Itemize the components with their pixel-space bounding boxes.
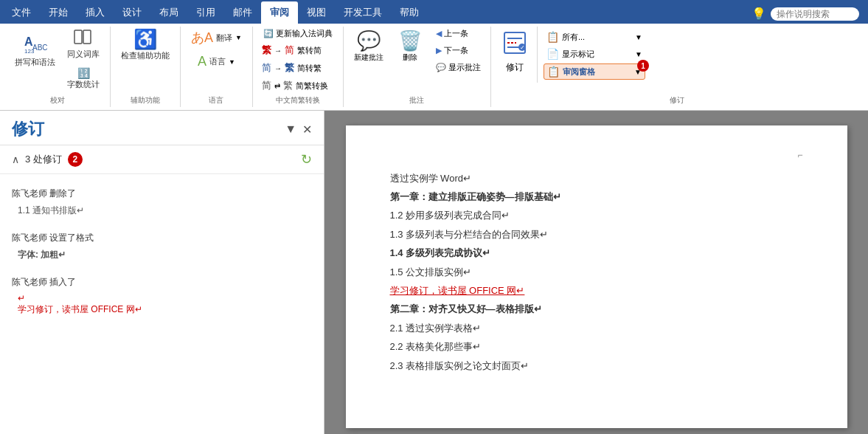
doc-line[interactable]: 学习修订，读书屋 OFFICE 网↵ bbox=[390, 282, 803, 299]
translate-dropdown-icon: ▼ bbox=[235, 34, 242, 41]
lang-button[interactable]: A 语言 ▼ bbox=[187, 52, 246, 72]
translate-button[interactable]: あA 翻译 ▼ bbox=[187, 27, 246, 49]
group-language: あA 翻译 ▼ A 语言 ▼ 语言 bbox=[181, 27, 253, 107]
ribbon-body: AABC123 拼写和语法 同义词库 bbox=[0, 24, 868, 111]
trad-section: 繁 → 简 繁转简 简 → 繁 简转繁 简 ⇄ 繁 bbox=[259, 42, 331, 94]
chinese-group-label: 中文简繁转换 bbox=[259, 94, 337, 107]
spell-grammar-label: 拼写和语法 bbox=[15, 57, 55, 68]
tab-references[interactable]: 引用 bbox=[187, 1, 224, 24]
prev-icon: ◀ bbox=[436, 29, 442, 38]
list-item: 陈飞老师 设置了格式 字体: 加粗↵ bbox=[0, 224, 324, 269]
new-comment-label: 新建批注 bbox=[354, 52, 383, 63]
tab-help[interactable]: 帮助 bbox=[391, 1, 428, 24]
simp-icon2: 简 bbox=[262, 61, 271, 75]
sidebar-title: 修订 bbox=[12, 118, 44, 140]
tab-developer[interactable]: 开发工具 bbox=[335, 1, 391, 24]
tab-design[interactable]: 设计 bbox=[114, 1, 150, 24]
show-markup-button[interactable]: 📄 显示标记 ▼ bbox=[544, 46, 645, 61]
svg-text:✓: ✓ bbox=[520, 44, 525, 51]
svg-text:123: 123 bbox=[24, 48, 35, 53]
tab-home[interactable]: 开始 bbox=[40, 1, 77, 24]
translate-icon: あA bbox=[191, 29, 213, 46]
main-area: 修订 ▼ ✕ ∧ 3 处修订 2 ↻ 陈飞老师 删除了 1.1 通知书排版↵ 陈… bbox=[0, 111, 868, 434]
wordcount-icon: 🔢 bbox=[77, 67, 90, 79]
review-content: ↵ bbox=[12, 293, 312, 303]
doc-line: 1.5 公文排版实例↵ bbox=[390, 264, 803, 280]
tab-layout[interactable]: 布局 bbox=[150, 1, 187, 24]
check-assist-button[interactable]: ♿ 检查辅助功能 bbox=[117, 27, 174, 64]
review-content-2: 学习修订，读书屋 OFFICE 网↵ bbox=[12, 303, 312, 316]
assist-group-label: 辅助功能 bbox=[117, 94, 174, 107]
tab-mailings[interactable]: 邮件 bbox=[224, 1, 261, 24]
simp-to-trad-button[interactable]: 简 → 繁 简转繁 bbox=[259, 60, 331, 76]
convert-label: 简繁转换 bbox=[296, 80, 328, 92]
tab-file[interactable]: 文件 bbox=[3, 1, 40, 24]
doc-line: 2.3 表格排版实例之论文封面页↵ bbox=[390, 357, 803, 374]
group-chinese: 🔄 更新输入法词典 繁 → 简 繁转简 简 → 繁 简转繁 bbox=[253, 27, 344, 107]
update-ime-button[interactable]: 🔄 更新输入法词典 bbox=[259, 27, 337, 41]
group-comments: 💬 新建批注 🗑️ 删除 ◀ 上一条 ▶ 下一条 bbox=[344, 27, 491, 107]
review-content: 字体: 加粗↵ bbox=[12, 249, 312, 261]
review-pane-icon: 📋 bbox=[547, 66, 560, 78]
thesaurus-button[interactable]: 同义词库 bbox=[63, 27, 104, 62]
sidebar-header: 修订 ▼ ✕ bbox=[0, 111, 324, 145]
track-changes-button[interactable]: ✓ 修订 bbox=[497, 27, 532, 77]
delete-comment-button[interactable]: 🗑️ 删除 bbox=[392, 27, 428, 66]
all-markup-button[interactable]: 📋 所有... ▼ bbox=[544, 30, 645, 44]
wordcount-button[interactable]: 🔢 字数统计 bbox=[63, 65, 104, 92]
search-input[interactable] bbox=[771, 7, 859, 21]
convert-arrow-icon: ⇄ bbox=[274, 82, 280, 90]
review-pane-label: 审阅窗格 bbox=[563, 66, 595, 78]
tab-view[interactable]: 视图 bbox=[298, 1, 335, 24]
trad-icon2: 繁 bbox=[285, 61, 294, 75]
next-comment-button[interactable]: ▶ 下一条 bbox=[432, 44, 485, 58]
comments-group-label: 批注 bbox=[350, 94, 485, 107]
chinese-convert-button[interactable]: 简 ⇄ 繁 简繁转换 bbox=[259, 78, 331, 94]
list-item: 陈飞老师 插入了 ↵ 学习修订，读书屋 OFFICE 网↵ bbox=[0, 269, 324, 323]
review-author: 陈飞老师 设置了格式 bbox=[12, 232, 312, 244]
thesaurus-label: 同义词库 bbox=[67, 49, 100, 60]
spell-grammar-button[interactable]: AABC123 拼写和语法 bbox=[10, 27, 60, 71]
refresh-icon[interactable]: ↻ bbox=[301, 151, 312, 168]
track-changes-icon: ✓ bbox=[501, 30, 528, 61]
doc-line: 2.2 表格美化那些事↵ bbox=[390, 338, 803, 355]
group-assist: ♿ 检查辅助功能 辅助功能 bbox=[111, 27, 181, 107]
lang-dropdown-icon: ▼ bbox=[229, 58, 235, 66]
translate-label: 翻译 bbox=[216, 32, 232, 44]
lang-icon: A bbox=[198, 54, 206, 69]
update-ime-label: 更新输入法词典 bbox=[276, 28, 333, 39]
next-icon: ▶ bbox=[436, 46, 442, 55]
prev-comment-button[interactable]: ◀ 上一条 bbox=[432, 27, 485, 41]
trad-arrow-icon: → bbox=[274, 46, 282, 55]
show-markup-label: 显示标记 bbox=[562, 49, 594, 60]
sidebar-collapse-button[interactable]: ▼ bbox=[285, 123, 296, 136]
bulb-icon: 💡 bbox=[751, 7, 766, 21]
show-comment-button[interactable]: 💬 显示批注 bbox=[432, 61, 485, 75]
trad-icon: 繁 bbox=[262, 44, 271, 57]
review-sidebar: 修订 ▼ ✕ ∧ 3 处修订 2 ↻ 陈飞老师 删除了 1.1 通知书排版↵ 陈… bbox=[0, 111, 324, 434]
revision-count: 3 处修订 bbox=[25, 153, 62, 166]
group-proofing: AABC123 拼写和语法 同义词库 bbox=[4, 27, 111, 107]
sidebar-close-button[interactable]: ✕ bbox=[302, 123, 312, 137]
expand-icon[interactable]: ∧ bbox=[12, 154, 19, 165]
trad-to-simp-button[interactable]: 繁 → 简 繁转简 bbox=[259, 42, 331, 58]
tracking-group-label: 修订 bbox=[497, 94, 858, 107]
svg-rect-3 bbox=[74, 30, 82, 44]
new-comment-icon: 💬 bbox=[357, 30, 381, 52]
doc-line: 1.2 妙用多级列表完成合同↵ bbox=[390, 207, 803, 224]
doc-line: 第一章：建立排版正确姿势—排版基础↵ bbox=[390, 188, 803, 205]
tab-review[interactable]: 审阅 bbox=[261, 1, 298, 24]
proofing-group-label: 校对 bbox=[10, 94, 104, 107]
convert-trad-icon: 繁 bbox=[283, 79, 293, 92]
delete-comment-label: 删除 bbox=[403, 52, 417, 63]
show-icon: 💬 bbox=[436, 63, 446, 72]
show-markup-dropdown-icon: ▼ bbox=[635, 50, 642, 58]
language-group-label: 语言 bbox=[187, 94, 246, 107]
sidebar-header-controls: ▼ ✕ bbox=[285, 123, 312, 137]
review-author: 陈飞老师 插入了 bbox=[12, 276, 312, 289]
new-comment-button[interactable]: 💬 新建批注 bbox=[350, 27, 388, 66]
tab-insert[interactable]: 插入 bbox=[77, 1, 114, 24]
check-assist-icon: ♿ bbox=[133, 30, 157, 49]
show-comment-label: 显示批注 bbox=[448, 62, 481, 73]
review-pane-button[interactable]: 📋 审阅窗格 ▼ 1 bbox=[544, 63, 645, 80]
